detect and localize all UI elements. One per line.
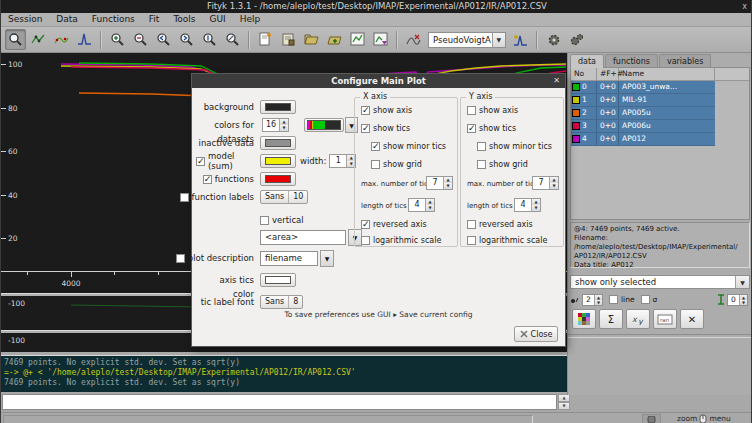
- menu-session[interactable]: Session: [1, 13, 49, 26]
- y-show-tics-checkbox[interactable]: ✓show tics: [467, 124, 516, 133]
- sigma-checkbox[interactable]: σ: [641, 295, 658, 304]
- vertical-checkbox[interactable]: vertical: [260, 213, 304, 227]
- data-range-mode-button[interactable]: [28, 29, 49, 50]
- dataset-color-swatch[interactable]: [572, 83, 580, 91]
- spin-down-icon[interactable]: ▼: [558, 402, 570, 410]
- add-peak-mode-button[interactable]: [74, 29, 95, 50]
- export-image-button[interactable]: [370, 29, 391, 50]
- checkbox-box[interactable]: ✓: [467, 124, 476, 133]
- plot-description-combo[interactable]: filename ▼: [260, 251, 334, 265]
- functions-checkbox[interactable]: ✓functions: [196, 172, 254, 186]
- fit-continue-button[interactable]: [566, 29, 587, 50]
- model-width-spinner[interactable]: 1▲▼: [329, 154, 356, 168]
- table-row[interactable]: 4 0+0 AP012: [571, 133, 715, 146]
- y-tics-length-spinner[interactable]: 4▲▼: [514, 198, 541, 212]
- delete-dataset-button[interactable]: ✕: [680, 309, 704, 329]
- zoom-prev-button[interactable]: [153, 29, 174, 50]
- functions-color-button[interactable]: [260, 172, 296, 186]
- checkbox-box[interactable]: [641, 295, 650, 304]
- spin-down-icon[interactable]: ▼: [594, 300, 602, 305]
- spin-down-icon[interactable]: ▼: [279, 125, 288, 131]
- checkbox-box[interactable]: [260, 216, 269, 225]
- tab-variables[interactable]: variables: [659, 54, 711, 68]
- tab-functions[interactable]: functions: [605, 54, 658, 68]
- checkbox-box[interactable]: [609, 295, 618, 304]
- axis-tics-color-button[interactable]: [260, 273, 296, 287]
- x-show-grid-checkbox[interactable]: show grid: [371, 160, 422, 171]
- session-log-button[interactable]: [278, 29, 299, 50]
- point-size-spinner[interactable]: 2▲▼: [582, 294, 603, 306]
- function-labels-checkbox[interactable]: function labels: [196, 190, 254, 204]
- line-checkbox[interactable]: line: [609, 295, 635, 304]
- x-max-tics-spinner[interactable]: 7▲▼: [426, 176, 453, 190]
- script-editor-button[interactable]: [255, 29, 276, 50]
- checkbox-box[interactable]: [176, 254, 185, 263]
- checkbox-box[interactable]: [180, 193, 189, 202]
- menu-gui[interactable]: GUI: [203, 13, 233, 26]
- checkbox-box[interactable]: ✓: [196, 157, 205, 166]
- checkbox-box[interactable]: [467, 106, 476, 115]
- tic-label-font-button[interactable]: Sans8: [260, 295, 303, 309]
- tab-data[interactable]: data: [570, 54, 604, 68]
- dataset-colors-count-spinner[interactable]: 16▲▼: [262, 118, 289, 132]
- title-bar[interactable]: Fityk 1.3.1 - /home/aleplo/test/Desktop/…: [1, 0, 752, 13]
- command-history-spinner[interactable]: ▲▼: [558, 394, 570, 410]
- zoom-out-button[interactable]: [130, 29, 151, 50]
- table-row[interactable]: 1 0+0 MIL-91: [571, 94, 715, 107]
- zoom-in-button[interactable]: [107, 29, 128, 50]
- window-close-button[interactable]: x: [742, 0, 747, 13]
- function-type-combo[interactable]: PseudoVoigtA ▼: [428, 32, 506, 48]
- dataset-colors-preview-button[interactable]: ▼: [304, 118, 358, 132]
- palette-button[interactable]: [572, 309, 596, 329]
- x-show-minor-tics-checkbox[interactable]: ✓show minor tics: [371, 142, 446, 151]
- spin-down-icon[interactable]: ▼: [739, 300, 747, 305]
- spin-down-icon[interactable]: ▼: [425, 205, 434, 211]
- data-table-button[interactable]: ran: [653, 309, 677, 329]
- checkbox-box[interactable]: [467, 236, 476, 245]
- description-format-combo[interactable]: <area> ▼: [260, 230, 362, 244]
- menu-data[interactable]: Data: [49, 13, 85, 26]
- x-show-tics-checkbox[interactable]: ✓show tics: [361, 124, 410, 133]
- col-no[interactable]: No: [571, 68, 597, 80]
- spin-down-icon[interactable]: ▼: [549, 183, 558, 189]
- model-color-button[interactable]: [260, 154, 296, 168]
- y-shift-spinner[interactable]: 0▲▼: [727, 294, 748, 306]
- checkbox-box[interactable]: [467, 220, 476, 229]
- zoom-vertical-button[interactable]: [199, 29, 220, 50]
- plot-description-checkbox[interactable]: plot description: [196, 251, 254, 265]
- output-console[interactable]: 7469 points. No explicit std. dev. Set a…: [1, 355, 569, 392]
- menu-functions[interactable]: Functions: [85, 13, 142, 26]
- y-show-grid-checkbox[interactable]: show grid: [477, 160, 528, 171]
- table-row[interactable]: 2 0+0 AP005u: [571, 107, 715, 120]
- model-checkbox[interactable]: ✓model (sum): [196, 154, 254, 168]
- checkbox-box[interactable]: ✓: [203, 175, 212, 184]
- save-image-button[interactable]: [347, 29, 368, 50]
- dialog-close-icon[interactable]: ✕: [553, 74, 560, 88]
- zoom-horizontal-button[interactable]: [176, 29, 197, 50]
- auto-add-peak-button[interactable]: [510, 29, 531, 50]
- checkbox-box[interactable]: ✓: [361, 124, 370, 133]
- spin-down-icon[interactable]: ▼: [443, 183, 452, 189]
- dataset-color-swatch[interactable]: [572, 96, 580, 104]
- checkbox-box[interactable]: ✓: [361, 220, 370, 229]
- x-logarithmic-checkbox[interactable]: logarithmic scale: [361, 236, 441, 247]
- dataset-color-swatch[interactable]: [572, 109, 580, 117]
- checkbox-box[interactable]: ✓: [361, 106, 370, 115]
- y-max-tics-spinner[interactable]: 7▲▼: [532, 176, 559, 190]
- table-row[interactable]: 0 0+0 AP003_unwa...: [571, 81, 715, 94]
- inactive-data-color-button[interactable]: [260, 136, 296, 150]
- x-reversed-axis-checkbox[interactable]: ✓reversed axis: [361, 220, 427, 229]
- dataset-color-swatch[interactable]: [572, 135, 580, 143]
- table-row[interactable]: 3 0+0 AP006u: [571, 120, 715, 133]
- baseline-mode-button[interactable]: [51, 29, 72, 50]
- y-show-axis-checkbox[interactable]: show axis: [467, 106, 518, 117]
- checkbox-box[interactable]: [477, 160, 486, 169]
- x-tics-length-spinner[interactable]: 4▲▼: [408, 198, 435, 212]
- zoom-mode-button[interactable]: [5, 29, 26, 50]
- menu-tools[interactable]: Tools: [166, 13, 202, 26]
- load-data-custom-button[interactable]: [324, 29, 345, 50]
- chevron-down-icon[interactable]: ▼: [320, 250, 334, 267]
- y-reversed-axis-checkbox[interactable]: reversed axis: [467, 220, 533, 231]
- spin-up-icon[interactable]: ▲: [558, 394, 570, 402]
- rename-dataset-button[interactable]: xy: [626, 309, 650, 329]
